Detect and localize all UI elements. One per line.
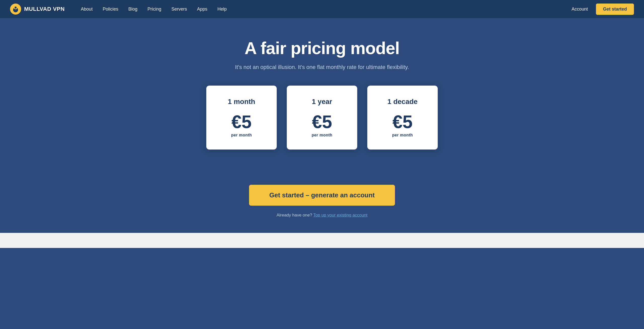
pricing-card-year: 1 year €5 per month [287, 86, 357, 150]
logo-text: MULLVAD VPN [24, 6, 65, 12]
pricing-card-month: 1 month €5 per month [206, 86, 277, 150]
account-link[interactable]: Account [568, 5, 592, 14]
pricing-unit-year: per month [312, 133, 333, 137]
nav-link-pricing[interactable]: Pricing [143, 5, 165, 14]
pricing-price-year: €5 [312, 113, 332, 131]
nav-right: Account Get started [568, 4, 634, 15]
pricing-cards: 1 month €5 per month 1 year €5 per month… [206, 86, 438, 150]
nav-link-apps[interactable]: Apps [193, 5, 211, 14]
pricing-period-decade: 1 decade [387, 98, 418, 106]
bottom-section [0, 233, 644, 248]
pricing-price-month: €5 [231, 113, 252, 131]
pricing-card-decade: 1 decade €5 per month [367, 86, 438, 150]
nav-link-about[interactable]: About [77, 5, 97, 14]
pricing-period-month: 1 month [228, 98, 255, 106]
logo-icon [10, 4, 21, 15]
pricing-period-year: 1 year [312, 98, 332, 106]
nav-link-policies[interactable]: Policies [99, 5, 122, 14]
nav-link-help[interactable]: Help [213, 5, 231, 14]
nav-links: About Policies Blog Pricing Servers Apps… [77, 5, 568, 14]
pricing-price-decade: €5 [392, 113, 413, 131]
nav-link-blog[interactable]: Blog [124, 5, 141, 14]
nav-get-started-button[interactable]: Get started [596, 4, 634, 15]
hero-subtitle: It's not an optical illusion. It's one f… [235, 64, 409, 70]
pricing-unit-month: per month [231, 133, 252, 137]
cta-topup-link[interactable]: Top up your existing account [313, 213, 367, 217]
nav-link-servers[interactable]: Servers [167, 5, 191, 14]
navbar: MULLVAD VPN About Policies Blog Pricing … [0, 0, 644, 18]
pricing-unit-decade: per month [392, 133, 413, 137]
cta-existing-text: Already have one? Top up your existing a… [276, 213, 368, 218]
hero-title: A fair pricing model [245, 38, 399, 58]
hero-section: A fair pricing model It's not an optical… [0, 18, 644, 180]
cta-get-started-button[interactable]: Get started – generate an account [249, 185, 395, 206]
cta-section: Get started – generate an account Alread… [0, 180, 644, 233]
logo-link[interactable]: MULLVAD VPN [10, 4, 65, 15]
cta-existing-label: Already have one? [276, 213, 312, 217]
svg-point-3 [15, 7, 17, 9]
